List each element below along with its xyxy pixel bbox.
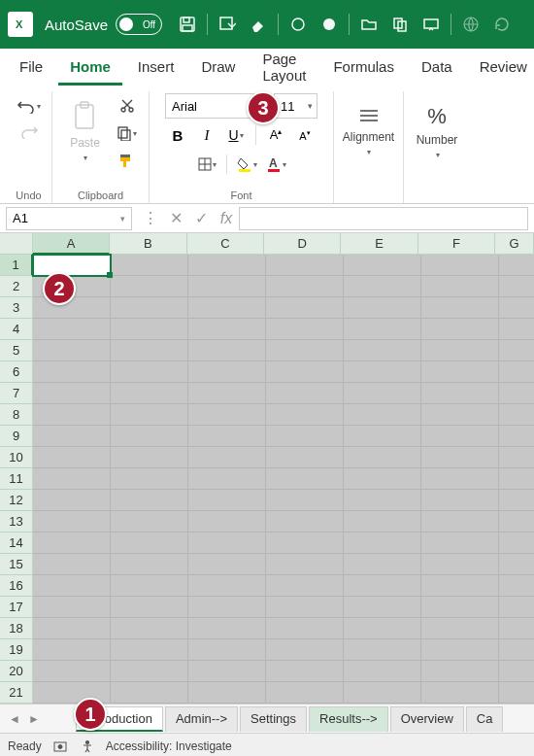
alignment-button[interactable]: Alignment ▾ [345, 93, 393, 169]
cell[interactable] [188, 533, 266, 554]
cell[interactable] [421, 682, 499, 704]
cell[interactable] [111, 661, 188, 682]
cell[interactable] [421, 340, 499, 361]
cell[interactable] [344, 661, 421, 682]
cell[interactable] [188, 383, 266, 404]
sheet-tab[interactable]: Admin--> [165, 706, 238, 732]
col-header[interactable]: A [33, 233, 110, 255]
cell[interactable] [33, 468, 111, 490]
cell[interactable] [421, 661, 499, 682]
cell[interactable] [344, 276, 421, 297]
cell[interactable] [344, 682, 421, 704]
cell[interactable] [188, 447, 266, 468]
refresh-icon[interactable] [491, 14, 513, 35]
col-header[interactable]: C [187, 233, 264, 255]
cell[interactable] [111, 468, 188, 490]
cell[interactable] [266, 383, 344, 404]
row-header[interactable]: 19 [0, 639, 33, 661]
sheet-tab[interactable]: Results--> [309, 706, 388, 732]
cell[interactable] [421, 319, 499, 340]
cell[interactable] [33, 490, 111, 511]
cell[interactable] [344, 383, 421, 404]
cell[interactable] [266, 404, 344, 426]
cell[interactable] [266, 361, 344, 383]
tab-data[interactable]: Data [410, 51, 464, 86]
redo-button[interactable] [16, 119, 43, 144]
cell[interactable] [33, 404, 111, 426]
cell[interactable] [188, 554, 266, 575]
cell[interactable] [111, 404, 188, 426]
cell[interactable] [111, 447, 188, 468]
tab-page-layout[interactable]: Page Layout [250, 43, 317, 94]
cell[interactable] [188, 426, 266, 447]
cell[interactable] [111, 361, 188, 383]
cell[interactable] [111, 319, 188, 340]
cell[interactable] [499, 554, 534, 575]
cell[interactable] [499, 468, 534, 490]
cell[interactable] [421, 276, 499, 297]
cell[interactable] [421, 447, 499, 468]
cell[interactable] [188, 297, 266, 319]
col-header[interactable]: B [110, 233, 186, 255]
cell[interactable] [499, 361, 534, 383]
cell[interactable] [111, 297, 188, 319]
tab-insert[interactable]: Insert [126, 51, 186, 86]
cell[interactable] [344, 426, 421, 447]
sheet-nav-prev[interactable]: ◄ [6, 709, 23, 729]
format-painter-button[interactable] [114, 148, 141, 173]
cell[interactable] [266, 340, 344, 361]
cell[interactable] [499, 661, 534, 682]
row-header[interactable]: 4 [0, 319, 33, 340]
cell[interactable] [266, 575, 344, 597]
cell[interactable] [188, 404, 266, 426]
cell[interactable] [111, 426, 188, 447]
row-header[interactable]: 18 [0, 618, 33, 639]
col-header[interactable]: G [495, 233, 534, 255]
cell[interactable] [266, 426, 344, 447]
cell[interactable] [188, 661, 266, 682]
cell[interactable] [33, 575, 111, 597]
row-header[interactable]: 21 [0, 682, 33, 704]
sheet-tab[interactable]: Ca [466, 706, 504, 732]
cell[interactable] [499, 682, 534, 704]
row-header[interactable]: 14 [0, 533, 33, 554]
cell[interactable] [421, 639, 499, 661]
cell[interactable] [266, 319, 344, 340]
dots-icon[interactable]: ⋮ [138, 207, 163, 230]
cell[interactable] [421, 297, 499, 319]
cell[interactable] [344, 639, 421, 661]
copy-button[interactable]: ▾ [114, 120, 141, 146]
cell[interactable] [499, 490, 534, 511]
cell[interactable] [499, 404, 534, 426]
row-header[interactable]: 2 [0, 276, 33, 297]
row-header[interactable]: 6 [0, 361, 33, 383]
row-header[interactable]: 8 [0, 404, 33, 426]
row-header[interactable]: 7 [0, 383, 33, 404]
cell[interactable] [344, 255, 421, 276]
cell[interactable] [499, 447, 534, 468]
cell[interactable] [421, 533, 499, 554]
cell[interactable] [344, 319, 421, 340]
cell[interactable] [266, 297, 344, 319]
font-color-button[interactable]: A▾ [262, 152, 289, 177]
name-box[interactable]: A1▾ [6, 207, 132, 230]
tab-formulas[interactable]: Formulas [321, 51, 406, 86]
cell[interactable] [266, 682, 344, 704]
paste-button[interactable]: Paste ▾ [61, 93, 110, 169]
cell[interactable] [188, 639, 266, 661]
macro-record-icon[interactable] [51, 738, 69, 755]
cell[interactable] [421, 383, 499, 404]
row-header[interactable]: 15 [0, 554, 33, 575]
cell[interactable] [499, 597, 534, 618]
cell[interactable] [33, 511, 111, 533]
sheet-nav-next[interactable]: ► [25, 709, 43, 729]
cell[interactable] [111, 554, 188, 575]
cell[interactable] [111, 618, 188, 639]
presentation-icon[interactable] [420, 14, 442, 35]
cell[interactable] [188, 361, 266, 383]
cell[interactable] [344, 490, 421, 511]
row-header[interactable]: 1 [0, 255, 33, 276]
folder-icon[interactable] [358, 14, 380, 35]
cell[interactable] [111, 490, 188, 511]
cell[interactable] [499, 511, 534, 533]
